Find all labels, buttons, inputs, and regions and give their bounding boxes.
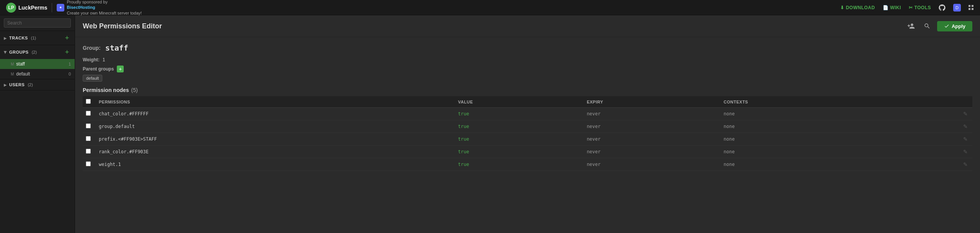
- add-group-button[interactable]: +: [63, 48, 71, 56]
- perm-context-4: none: [724, 162, 735, 167]
- perm-name-cell: chat_color.#FFFFFF: [94, 108, 453, 120]
- tracks-chevron: ▶: [4, 36, 7, 40]
- default-item-icon: M: [11, 72, 14, 76]
- row-checkbox-0[interactable]: [86, 111, 91, 116]
- perm-section-label: Permission nodes: [83, 87, 129, 93]
- perm-expiry-3: never: [587, 149, 600, 154]
- logo-icon: LP: [6, 3, 16, 13]
- main-content: Web Permissions Editor Apply Group: staf…: [75, 15, 980, 233]
- perm-name-cell: rank_color.#FF903E: [94, 146, 453, 158]
- apply-button[interactable]: Apply: [937, 21, 972, 31]
- weight-label: Weight:: [83, 57, 100, 62]
- col-actions: [899, 96, 972, 108]
- perm-actions-cell: ✎: [899, 108, 972, 120]
- tracks-count: (1): [31, 36, 36, 40]
- staff-item-count: 1: [69, 62, 71, 66]
- row-checkbox-4[interactable]: [86, 161, 91, 166]
- row-checkbox-2[interactable]: [86, 136, 91, 141]
- row-checkbox-cell: [83, 146, 94, 158]
- perm-count: (5): [131, 87, 138, 93]
- row-checkbox-3[interactable]: [86, 149, 91, 154]
- discord-icon[interactable]: D: [953, 4, 961, 11]
- main-layout: ▶ TRACKS (1) + ▶ GROUPS (2) + M staff 1 …: [0, 15, 980, 233]
- permissions-table: Permissions Value Expiry Contexts chat_c…: [83, 96, 972, 171]
- row-checkbox-cell: [83, 108, 94, 120]
- sponsor-text: Proudly sponsored by BisectHosting Creat…: [67, 0, 142, 16]
- table-header: Permissions Value Expiry Contexts: [83, 96, 972, 108]
- add-parent-button[interactable]: +: [117, 66, 124, 72]
- perm-expiry-cell: never: [582, 133, 719, 146]
- parent-groups-row: Parent groups +: [83, 66, 972, 72]
- col-expiry: Expiry: [582, 96, 719, 108]
- select-all-checkbox[interactable]: [86, 99, 91, 104]
- col-value: Value: [453, 96, 582, 108]
- sidebar: ▶ TRACKS (1) + ▶ GROUPS (2) + M staff 1 …: [0, 15, 75, 233]
- perm-expiry-4: never: [587, 162, 600, 167]
- grid-icon[interactable]: [969, 5, 974, 10]
- tools-icon: ✂: [909, 5, 913, 10]
- staff-item-icon: M: [11, 62, 14, 66]
- sidebar-section-groups: ▶ GROUPS (2) + M staff 1 M default 0: [0, 45, 75, 79]
- col-contexts: Contexts: [719, 96, 899, 108]
- row-checkbox-1[interactable]: [86, 123, 91, 128]
- perm-name-3: rank_color.#FF903E: [99, 149, 149, 154]
- perm-value-cell: true: [453, 108, 582, 120]
- tracks-label: TRACKS: [9, 36, 28, 40]
- perm-edit-icon-3[interactable]: ✎: [963, 149, 968, 155]
- download-icon: ⬇: [840, 5, 844, 10]
- perm-value-cell: true: [453, 146, 582, 158]
- sponsor-icon: ✦: [57, 4, 64, 11]
- tools-link[interactable]: ✂ TOOLS: [909, 5, 931, 10]
- perm-expiry-cell: never: [582, 120, 719, 133]
- perm-expiry-2: never: [587, 136, 600, 142]
- group-header: Group: staff: [83, 43, 972, 53]
- groups-section-header[interactable]: ▶ GROUPS (2) +: [0, 45, 75, 59]
- row-checkbox-cell: [83, 133, 94, 146]
- col-checkbox: [83, 96, 94, 108]
- table-row: group.default true never none ✎: [83, 120, 972, 133]
- wiki-link[interactable]: 📄 WIKI: [883, 5, 901, 10]
- perm-actions-cell: ✎: [899, 158, 972, 171]
- add-track-button[interactable]: +: [63, 34, 71, 42]
- search-button[interactable]: [921, 20, 933, 32]
- parent-tag-default: default: [83, 75, 102, 82]
- perm-name-4: weight.1: [99, 162, 121, 167]
- perm-value-1: true: [458, 124, 469, 129]
- users-chevron: ▶: [4, 83, 7, 87]
- add-user-button[interactable]: [905, 20, 917, 32]
- logo[interactable]: LP LuckPerms: [6, 3, 47, 13]
- content-header: Web Permissions Editor Apply: [75, 15, 980, 37]
- topnav: LP LuckPerms ✦ Proudly sponsored by Bise…: [0, 0, 980, 15]
- perm-name-cell: weight.1: [94, 158, 453, 171]
- perm-context-cell: none: [719, 133, 899, 146]
- perm-context-3: none: [724, 149, 735, 154]
- perm-expiry-cell: never: [582, 108, 719, 120]
- table-row: chat_color.#FFFFFF true never none ✎: [83, 108, 972, 120]
- perm-edit-icon-4[interactable]: ✎: [963, 161, 968, 167]
- staff-item-label: staff: [16, 61, 66, 67]
- content-body: Group: staff Weight: 1 Parent groups + d…: [75, 37, 980, 233]
- table-row: rank_color.#FF903E true never none ✎: [83, 146, 972, 158]
- search-input[interactable]: [4, 18, 71, 28]
- sidebar-item-default[interactable]: M default 0: [0, 69, 75, 79]
- tracks-section-header[interactable]: ▶ TRACKS (1) +: [0, 31, 75, 45]
- perm-edit-icon-2[interactable]: ✎: [963, 136, 968, 142]
- perm-context-cell: none: [719, 120, 899, 133]
- perm-name-cell: group.default: [94, 120, 453, 133]
- sidebar-item-staff[interactable]: M staff 1: [0, 59, 75, 69]
- parent-groups-label: Parent groups: [83, 66, 114, 72]
- perm-context-0: none: [724, 111, 735, 116]
- group-label: Group:: [83, 45, 101, 51]
- perm-edit-icon-1[interactable]: ✎: [963, 123, 968, 130]
- perm-actions-cell: ✎: [899, 120, 972, 133]
- perm-edit-icon-0[interactable]: ✎: [963, 111, 968, 117]
- perm-expiry-cell: never: [582, 146, 719, 158]
- users-section-header[interactable]: ▶ USERS (2): [0, 79, 75, 90]
- groups-label: GROUPS: [9, 50, 29, 54]
- download-link[interactable]: ⬇ DOWNLOAD: [840, 5, 875, 10]
- table-row: prefix.<#FF903E>STAFF true never none ✎: [83, 133, 972, 146]
- users-count: (2): [28, 82, 33, 87]
- sidebar-section-users: ▶ USERS (2): [0, 79, 75, 90]
- perm-value-0: true: [458, 111, 469, 116]
- github-icon[interactable]: [939, 4, 946, 11]
